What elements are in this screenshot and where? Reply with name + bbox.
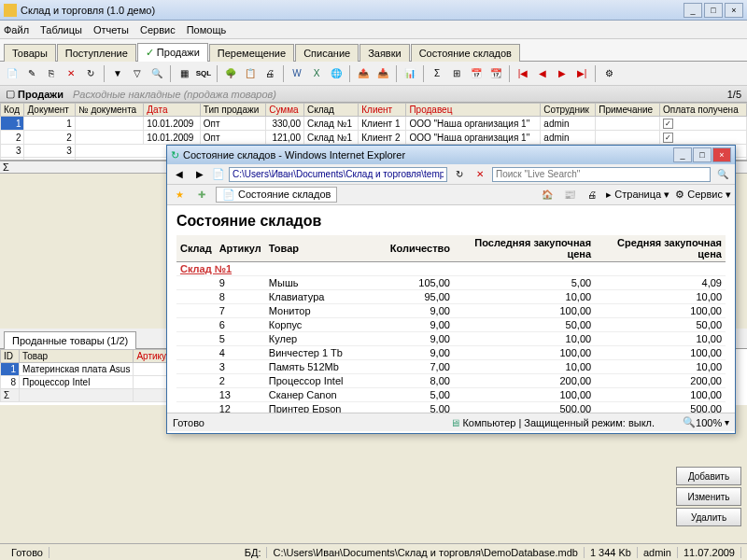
status-db-label: БД: <box>239 547 268 558</box>
paid-checkbox[interactable]: ✓ <box>663 133 673 143</box>
col-paid[interactable]: Оплата получена <box>660 104 747 117</box>
tab-orders[interactable]: Заявки <box>359 44 410 62</box>
table-row[interactable]: 13Сканер Canon5,00100,00100,00 <box>176 388 726 402</box>
ie-back-icon[interactable]: ◀ <box>171 166 188 183</box>
table-row[interactable]: 8Клавиатура95,0010,0010,00 <box>176 290 726 304</box>
tb-last-icon[interactable]: ▶| <box>573 65 590 82</box>
table-row[interactable]: 4Винчестер 1 Tb9,00100,00100,00 <box>176 346 726 360</box>
menu-service[interactable]: Сервис <box>140 24 176 35</box>
ie-tab[interactable]: 📄 Состояние складов <box>216 187 337 203</box>
subtab-sold[interactable]: Проданные товары (1/2) <box>4 331 136 349</box>
col-wh[interactable]: Склад <box>303 104 358 117</box>
ie-security: Компьютер | Защищенный режим: выкл. <box>462 417 655 428</box>
tb-sql-icon[interactable]: SQL <box>195 65 212 82</box>
ie-print-icon[interactable]: 🖨 <box>584 187 600 203</box>
ie-fwd-icon[interactable]: ▶ <box>191 166 208 183</box>
tb-chart-icon[interactable]: 📊 <box>402 65 418 82</box>
tb-print-icon[interactable]: 🖨 <box>261 65 278 82</box>
tab-incoming[interactable]: Поступление <box>57 44 136 62</box>
col-sum[interactable]: Сумма <box>266 104 304 117</box>
tb-new-icon[interactable]: 📄 <box>4 65 21 82</box>
ie-home-icon[interactable]: 🏠 <box>539 187 556 203</box>
tb-form-icon[interactable]: 📋 <box>242 65 259 82</box>
zoom-icon[interactable]: 🔍 <box>683 416 696 428</box>
ie-search-input[interactable] <box>492 167 711 182</box>
ie-service-menu[interactable]: ⚙ Сервис ▾ <box>675 189 731 201</box>
ie-page-menu[interactable]: ▸ Страница ▾ <box>606 189 669 201</box>
paid-checkbox[interactable]: ✓ <box>663 119 673 129</box>
table-row[interactable]: 9Мышь105,005,004,09 <box>176 276 726 290</box>
tb-delete-icon[interactable]: ✕ <box>63 65 79 82</box>
tb-export-icon[interactable]: 📤 <box>355 65 372 82</box>
tb-edit-icon[interactable]: ✎ <box>23 65 40 82</box>
tab-writeoff[interactable]: Списание <box>295 44 359 62</box>
tb-prev-icon[interactable]: ◀ <box>534 65 551 82</box>
add-button[interactable]: Добавить <box>676 467 741 485</box>
ie-fav-icon[interactable]: ★ <box>171 187 188 203</box>
menu-file[interactable]: Файл <box>4 24 29 35</box>
minimize-button[interactable]: _ <box>684 3 702 18</box>
tb-calendar-icon[interactable]: 📅 <box>468 65 485 82</box>
table-row[interactable]: 2Процессор Intel8,00200,00200,00 <box>176 374 726 388</box>
tb-group-icon[interactable]: ⊞ <box>448 65 465 82</box>
col-code[interactable]: Код <box>1 104 24 117</box>
tb-settings-icon[interactable]: ⚙ <box>600 65 617 82</box>
scol-name[interactable]: Товар <box>19 350 133 363</box>
ie-close-button[interactable]: × <box>712 147 731 162</box>
col-type[interactable]: Тип продажи <box>200 104 265 117</box>
col-note[interactable]: Примечание <box>596 104 660 117</box>
tb-html-icon[interactable]: 🌐 <box>328 65 345 82</box>
tb-cal2-icon[interactable]: 📆 <box>487 65 504 82</box>
tb-filter2-icon[interactable]: ▽ <box>129 65 146 82</box>
scol-id[interactable]: ID <box>1 350 20 363</box>
table-row[interactable]: 3Память 512Mb7,0010,0010,00 <box>176 360 726 374</box>
menu-reports[interactable]: Отчеты <box>93 24 129 35</box>
tb-sum-icon[interactable]: Σ <box>429 65 445 82</box>
tb-copy-icon[interactable]: ⎘ <box>43 65 60 82</box>
tb-import-icon[interactable]: 📥 <box>374 65 391 82</box>
ie-url-input[interactable] <box>229 167 447 182</box>
tb-refresh-icon[interactable]: ↻ <box>82 65 99 82</box>
tab-stock[interactable]: Состояние складов <box>411 44 520 62</box>
ie-min-button[interactable]: _ <box>673 147 692 162</box>
tb-tree-icon[interactable]: 🌳 <box>222 65 239 82</box>
tab-move[interactable]: Перемещение <box>209 44 294 62</box>
col-doc[interactable]: Документ <box>24 104 75 117</box>
maximize-button[interactable]: □ <box>704 3 723 18</box>
table-row[interactable]: 6Корпус9,0050,0050,00 <box>176 318 726 332</box>
menu-tables[interactable]: Таблицы <box>40 24 82 35</box>
tb-word-icon[interactable]: W <box>289 65 305 82</box>
col-client[interactable]: Клиент <box>359 104 406 117</box>
tb-first-icon[interactable]: |◀ <box>514 65 531 82</box>
group-header[interactable]: Склад №1 <box>176 262 726 276</box>
tb-next-icon[interactable]: ▶ <box>554 65 571 82</box>
ie-addfav-icon[interactable]: ✚ <box>193 187 210 203</box>
edit-button[interactable]: Изменить <box>676 487 741 506</box>
col-docnum[interactable]: № документа <box>75 104 143 117</box>
ie-zoom[interactable]: 100% <box>696 417 722 428</box>
ie-feed-icon[interactable]: 📰 <box>561 187 578 203</box>
ie-search-icon[interactable]: 🔍 <box>714 166 731 183</box>
ie-max-button[interactable]: □ <box>693 147 712 162</box>
ie-stop-icon[interactable]: ✕ <box>472 166 488 183</box>
tb-view-icon[interactable]: ▦ <box>176 65 192 82</box>
col-emp[interactable]: Сотрудник <box>541 104 596 117</box>
ie-refresh-icon[interactable]: ↻ <box>451 166 468 183</box>
tb-search-icon[interactable]: 🔍 <box>148 65 165 82</box>
ie-titlebar[interactable]: ↻ Состояние складов - Windows Internet E… <box>167 146 735 164</box>
close-button[interactable]: × <box>725 3 743 18</box>
tb-filter-icon[interactable]: ▼ <box>109 65 126 82</box>
table-row[interactable]: 5Кулер9,0010,0010,00 <box>176 332 726 346</box>
table-row[interactable]: 2210.01.2009Опт121,00Склад №1Клиент 2ООО… <box>1 131 747 145</box>
table-row[interactable]: 12Принтер Epson5,00500,00500,00 <box>176 402 726 413</box>
col-seller[interactable]: Продавец <box>406 104 541 117</box>
table-row[interactable]: 7Монитор9,00100,00100,00 <box>176 304 726 318</box>
delete-button[interactable]: Удалить <box>676 508 741 526</box>
table-row[interactable]: 1110.01.2009Опт330,00Склад №1Клиент 1ООО… <box>1 117 747 131</box>
tab-sales[interactable]: ✓Продажи <box>137 43 208 62</box>
expand-icon[interactable]: ▢ <box>6 88 15 100</box>
col-date[interactable]: Дата <box>144 104 200 117</box>
tb-excel-icon[interactable]: X <box>308 65 325 82</box>
tab-goods[interactable]: Товары <box>4 44 56 62</box>
menu-help[interactable]: Помощь <box>187 24 227 35</box>
